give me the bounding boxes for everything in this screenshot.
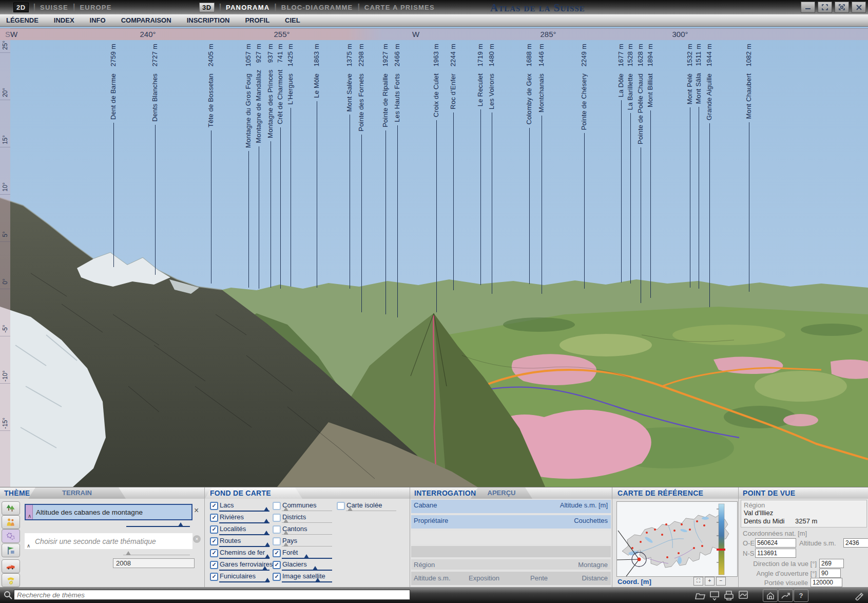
mode-2d-button[interactable]: 2D xyxy=(13,3,29,12)
viewpoint-dot[interactable] xyxy=(638,558,641,561)
measure-button[interactable] xyxy=(778,589,793,602)
query-panel-title[interactable]: INTERROGATION xyxy=(414,489,476,497)
checkbox-checked-icon[interactable]: ✓ xyxy=(210,525,218,534)
layer-opacity-slider[interactable] xyxy=(282,555,332,559)
menu-item-lgende[interactable]: LÉGENDE xyxy=(6,16,38,24)
tab-terrain[interactable]: TERRAIN xyxy=(28,487,126,499)
theme1-remove-button[interactable]: × xyxy=(194,506,199,515)
year-field[interactable]: 2008 xyxy=(113,558,195,568)
maximize-button[interactable] xyxy=(835,2,849,13)
checkbox-checked-icon[interactable]: ✓ xyxy=(273,573,281,581)
checkbox-unchecked-icon[interactable] xyxy=(273,537,281,545)
phone-icon-button[interactable] xyxy=(2,573,20,587)
checkbox-checked-icon[interactable]: ✓ xyxy=(210,537,218,545)
slider-thumb[interactable] xyxy=(283,507,288,511)
flag-icon-button[interactable] xyxy=(2,543,20,557)
mode-item-carte-a-prismes[interactable]: CARTE A PRISMES xyxy=(364,4,435,11)
layer-opacity-slider[interactable] xyxy=(219,579,269,583)
panorama-view[interactable]: SW240°255°W285°300° 25°20°15°10°5°0°-5°-… xyxy=(0,27,868,487)
checkbox-checked-icon[interactable]: ✓ xyxy=(273,549,281,557)
menu-item-ciel[interactable]: CIEL xyxy=(285,16,300,24)
slider-thumb[interactable] xyxy=(264,531,269,535)
slider-thumb[interactable] xyxy=(178,522,183,526)
oe-input[interactable] xyxy=(755,538,796,548)
layer-opacity-slider[interactable] xyxy=(282,508,332,512)
menu-item-inscription[interactable]: INSCRIPTION xyxy=(187,16,230,24)
layer-opacity-slider[interactable] xyxy=(219,567,269,571)
slider-thumb[interactable] xyxy=(126,551,131,555)
slider-thumb[interactable] xyxy=(262,566,267,570)
checkbox-checked-icon[interactable]: ✓ xyxy=(210,573,218,581)
layer-opacity-slider[interactable] xyxy=(219,543,269,548)
ns-input[interactable] xyxy=(755,549,796,558)
checkbox-checked-icon[interactable]: ✓ xyxy=(273,561,281,569)
altitude-input[interactable] xyxy=(843,538,868,548)
layer-opacity-slider[interactable] xyxy=(282,520,332,524)
layer-opacity-slider[interactable] xyxy=(282,579,332,583)
checkbox-checked-icon[interactable]: ✓ xyxy=(210,549,218,557)
checkbox-unchecked-icon[interactable] xyxy=(273,502,281,510)
theme-search-input[interactable] xyxy=(14,590,410,600)
close-button[interactable] xyxy=(852,2,866,13)
slider-thumb[interactable] xyxy=(283,542,288,547)
year-slider[interactable] xyxy=(123,552,190,556)
layer-opacity-slider[interactable] xyxy=(282,532,332,536)
slider-thumb[interactable] xyxy=(304,554,309,558)
folder-icon xyxy=(694,589,706,601)
range-input[interactable] xyxy=(811,578,842,587)
home-button[interactable] xyxy=(763,589,778,602)
train-icon-button[interactable] xyxy=(2,559,20,573)
mode-item-panorama[interactable]: PANORAMA xyxy=(226,4,269,11)
mode-item-bloc-diagramme[interactable]: BLOC-DIAGRAMME xyxy=(281,4,353,11)
layer-opacity-slider[interactable] xyxy=(219,532,269,536)
mode-item-suisse[interactable]: SUISSE xyxy=(40,4,68,11)
trees-icon-button[interactable] xyxy=(2,501,20,515)
aperture-input[interactable] xyxy=(819,569,841,578)
menu-item-info[interactable]: INFO xyxy=(90,16,106,24)
slider-thumb[interactable] xyxy=(264,519,269,523)
slider-thumb[interactable] xyxy=(348,507,353,511)
mode-3d-button[interactable]: 3D xyxy=(199,3,215,12)
layer-opacity-slider[interactable] xyxy=(346,508,396,512)
layer-opacity-slider[interactable] xyxy=(219,508,269,512)
menu-item-index[interactable]: INDEX xyxy=(54,16,74,24)
slider-thumb[interactable] xyxy=(265,578,270,582)
query-panel: APERÇU INTERROGATION Cabane Altitude s.m… xyxy=(410,487,612,588)
slider-thumb[interactable] xyxy=(283,531,288,535)
restore-button[interactable] xyxy=(818,2,832,13)
slider-thumb[interactable] xyxy=(264,507,269,511)
slider-thumb[interactable] xyxy=(313,566,318,570)
theme1-dropdown[interactable]: ∧ Altitude des cabanes de montagne xyxy=(25,504,192,520)
layer-opacity-slider[interactable] xyxy=(219,555,269,559)
tab-apercu[interactable]: APERÇU xyxy=(471,487,532,499)
layer-opacity-slider[interactable] xyxy=(219,520,269,524)
slider-thumb[interactable] xyxy=(265,542,270,547)
pencil-icon[interactable] xyxy=(854,591,863,600)
slider-thumb[interactable] xyxy=(315,578,320,582)
gears-icon-button[interactable] xyxy=(2,529,20,543)
layer-opacity-slider[interactable] xyxy=(282,543,332,548)
help-button[interactable]: ? xyxy=(794,589,808,602)
checkbox-checked-icon[interactable]: ✓ xyxy=(210,561,218,569)
checkbox-checked-icon[interactable]: ✓ xyxy=(210,502,218,510)
slider-thumb[interactable] xyxy=(283,519,288,523)
checkbox-unchecked-icon[interactable] xyxy=(273,525,281,534)
map-zoom-out-button[interactable]: − xyxy=(716,577,726,586)
theme1-opacity-slider[interactable] xyxy=(126,523,190,527)
menu-item-profil[interactable]: PROFIL xyxy=(245,16,269,24)
minimize-button[interactable] xyxy=(801,2,815,13)
reference-map[interactable] xyxy=(616,501,738,577)
menu-item-comparaison[interactable]: COMPARAISON xyxy=(121,16,171,24)
map-zoom-in-button[interactable]: + xyxy=(705,577,715,586)
fit-extent-button[interactable]: ⛶ xyxy=(693,577,703,586)
checkbox-unchecked-icon[interactable] xyxy=(337,502,345,510)
people-icon-button[interactable] xyxy=(2,515,20,529)
theme2-dropdown[interactable]: ∧ Choisir une seconde carte thématique xyxy=(25,533,192,549)
direction-input[interactable] xyxy=(819,559,844,568)
slider-thumb[interactable] xyxy=(265,554,270,558)
checkbox-unchecked-icon[interactable] xyxy=(273,514,281,522)
mode-item-europe[interactable]: EUROPE xyxy=(80,4,111,11)
checkbox-checked-icon[interactable]: ✓ xyxy=(210,514,218,522)
theme2-clear-button[interactable]: × xyxy=(193,535,201,543)
layer-opacity-slider[interactable] xyxy=(282,567,332,571)
